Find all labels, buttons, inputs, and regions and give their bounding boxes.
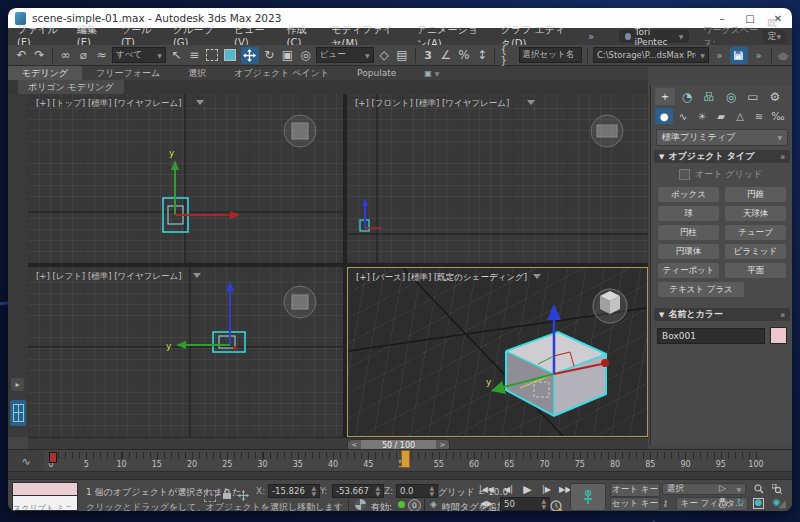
current-frame-field[interactable]: 50▲▼: [500, 497, 550, 511]
primitive-category-dropdown[interactable]: 標準プリミティブ ▼: [656, 129, 788, 146]
unlink-selection-icon[interactable]: ⌀: [76, 47, 91, 64]
viewport-filter-icon[interactable]: [196, 100, 204, 105]
ribbon-tab[interactable]: フリーフォーム: [82, 66, 174, 80]
key-mode-toggle-button[interactable]: ◀▶: [478, 497, 495, 510]
object-type-button[interactable]: 平面: [725, 263, 786, 278]
viewport-filter-icon[interactable]: [193, 273, 201, 278]
ribbon-media-icon[interactable]: ▣ ▼: [410, 66, 453, 80]
viewport-front[interactable]: [+] [フロント] [標準] [ワイヤフレーム]: [347, 94, 648, 263]
auto-key-button[interactable]: オート キー: [610, 483, 660, 497]
object-type-button[interactable]: チューブ: [725, 225, 786, 240]
set-key-button[interactable]: セット キー: [610, 497, 660, 511]
project-path-dropdown[interactable]: C:\Storage\P...dsMax Project▼: [593, 47, 709, 63]
motion-tab-icon[interactable]: ◎: [721, 88, 741, 105]
viewport-left-label[interactable]: [+] [レフト] [標準] [ワイヤフレーム]: [36, 271, 182, 283]
object-type-button[interactable]: 円錐: [725, 187, 786, 202]
geometry-category-icon[interactable]: ●: [655, 108, 673, 124]
window-crossing-toggle-icon[interactable]: [223, 47, 238, 64]
helpers-category-icon[interactable]: △: [731, 108, 749, 124]
object-type-button[interactable]: ティーポット: [658, 263, 719, 278]
named-selection-set-field[interactable]: 選択セット名: [519, 47, 582, 63]
ribbon-tab[interactable]: モデリング: [8, 66, 82, 80]
go-to-start-button[interactable]: |◀◀: [478, 483, 495, 496]
select-and-manipulate-icon[interactable]: ◇: [377, 47, 392, 64]
z-coord-field[interactable]: 0.0▲▼: [396, 484, 438, 498]
ribbon-tab[interactable]: Populate: [343, 66, 410, 80]
selection-filter-dropdown[interactable]: すべて▼: [112, 47, 166, 63]
selection-lock-icon[interactable]: [222, 485, 232, 504]
bind-to-space-warp-icon[interactable]: ≈: [94, 47, 109, 64]
window-resize-grip-icon[interactable]: ◢: [778, 498, 786, 509]
create-tab-icon[interactable]: ＋: [655, 88, 675, 105]
play-button[interactable]: ▶: [519, 483, 536, 496]
spacewarps-category-icon[interactable]: ≋: [750, 108, 768, 124]
object-type-button[interactable]: 球: [658, 206, 719, 221]
isolate-selection-icon[interactable]: [204, 487, 216, 506]
spinner-snap-icon[interactable]: ↕: [474, 47, 489, 64]
viewport-top-label[interactable]: [+] [トップ] [標準] [ワイヤフレーム]: [36, 98, 182, 110]
current-frame-marker[interactable]: [401, 450, 410, 468]
y-coord-field[interactable]: -53.667▲▼: [332, 484, 384, 498]
viewport-layout-tab[interactable]: [10, 400, 26, 426]
snap-toggle-3d-icon[interactable]: 3: [420, 47, 435, 64]
object-type-button[interactable]: ボックス: [658, 187, 719, 202]
maximize-viewport-toggle-icon[interactable]: [750, 497, 767, 509]
rectangular-selection-region-icon[interactable]: [205, 47, 220, 64]
select-and-rotate-icon[interactable]: ↻: [262, 47, 277, 64]
cameras-category-icon[interactable]: ▰: [712, 108, 730, 124]
maxscript-mini-listener[interactable]: スクリプト ミニ リス: [12, 495, 78, 511]
ribbon-subtab-polygon-modeling[interactable]: ポリゴン モデリング: [18, 80, 124, 94]
add-time-tag-button[interactable]: 時間タグを追加: [442, 501, 506, 511]
shapes-category-icon[interactable]: ∿: [674, 108, 692, 124]
save-scene-icon[interactable]: [730, 47, 748, 64]
zoom-icon[interactable]: [750, 483, 767, 495]
pan-hand-icon[interactable]: [714, 496, 731, 508]
orbit-icon[interactable]: ↻: [732, 496, 749, 508]
object-type-button[interactable]: ピラミッド: [725, 244, 786, 259]
keyable-filter-icon[interactable]: ⚷: [662, 498, 669, 508]
name-color-rollout-header[interactable]: ▼名前とカラー ▪: [654, 308, 790, 321]
select-and-move-icon[interactable]: [241, 47, 259, 64]
viewport-left[interactable]: y [+] [レフト] [標準] [ワイヤフレーム]: [28, 267, 343, 437]
next-frame-button[interactable]: |▶: [538, 483, 555, 496]
select-by-name-icon[interactable]: ≡: [187, 47, 202, 64]
zoom-all-icon[interactable]: [768, 483, 785, 495]
select-and-scale-icon[interactable]: ▣: [280, 47, 295, 64]
object-color-swatch[interactable]: [770, 327, 787, 344]
toolbar-overflow-chevron[interactable]: »: [751, 47, 766, 64]
viewport-filter-icon[interactable]: [527, 100, 535, 105]
object-type-rollout-header[interactable]: ▼オブジェクト タイプ ▪: [654, 150, 790, 163]
adaptive-degradation-icon[interactable]: [355, 499, 366, 510]
toolbar-overflow-chevron[interactable]: »: [712, 47, 727, 64]
render-setup-teapot-icon[interactable]: [777, 47, 792, 64]
viewport-top[interactable]: y [+] [トップ] [標準] [ワイヤフレーム]: [28, 94, 343, 263]
viewport-front-label[interactable]: [+] [フロント] [標準] [ワイヤフレーム]: [355, 98, 509, 110]
timeline-ruler[interactable]: 0510152025303540455055606570758085909510…: [44, 449, 792, 472]
object-type-button[interactable]: 円柱: [658, 225, 719, 240]
display-tab-icon[interactable]: ▭: [743, 88, 763, 105]
viewport-filter-icon[interactable]: [533, 274, 541, 279]
keyframe-marker[interactable]: [49, 452, 57, 463]
systems-category-icon[interactable]: ‰: [769, 108, 787, 124]
object-name-field[interactable]: Box001: [657, 328, 765, 344]
object-type-button[interactable]: 円環体: [658, 244, 719, 259]
hierarchy-tab-icon[interactable]: 品: [699, 88, 719, 105]
select-and-link-icon[interactable]: ∞: [58, 47, 73, 64]
menu-overflow-chevron[interactable]: »: [579, 31, 603, 42]
autogrid-checkbox[interactable]: [679, 169, 690, 180]
redo-icon[interactable]: ↷: [32, 47, 47, 64]
percent-snap-icon[interactable]: %: [456, 47, 471, 64]
key-selection-dropdown[interactable]: 選択▼: [662, 483, 746, 495]
edit-named-selection-sets-icon[interactable]: { }: [500, 47, 515, 64]
select-object-icon[interactable]: ↖: [169, 47, 184, 64]
viewport-persp-label[interactable]: [+] [パース] [標準] [既定のシェーディング]: [356, 272, 527, 284]
scene-explorer-flyout-icon[interactable]: ▸: [11, 378, 24, 391]
mini-curve-editor-button[interactable]: ∿: [8, 449, 44, 472]
field-of-view-icon[interactable]: ▷: [714, 482, 731, 494]
transform-typein-icon[interactable]: [238, 486, 249, 505]
workspace-selector[interactable]: 既定値 ▼: [762, 30, 786, 43]
lights-category-icon[interactable]: ☀: [693, 108, 711, 124]
object-type-button[interactable]: 天球体: [725, 206, 786, 221]
angle-snap-icon[interactable]: ∠: [438, 47, 453, 64]
object-type-button[interactable]: テキスト プラス: [658, 282, 744, 297]
